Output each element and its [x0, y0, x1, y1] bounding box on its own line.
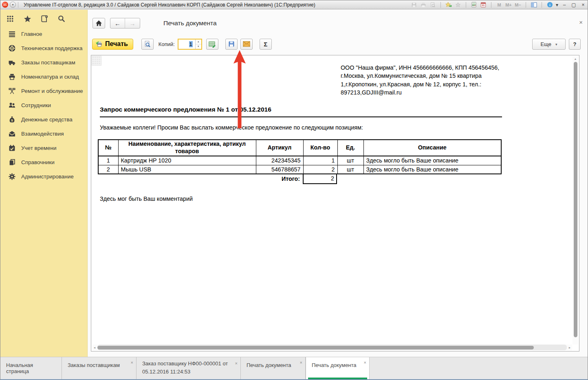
print-icon[interactable] — [420, 2, 427, 8]
sum-button[interactable]: Σ — [260, 39, 272, 50]
tab-close-icon[interactable]: × — [235, 360, 238, 367]
memory-add-button[interactable]: M+ — [505, 2, 512, 8]
tab-label: Печать документа — [312, 362, 357, 368]
scroll-up-icon[interactable]: ▲ — [573, 56, 578, 61]
more-button[interactable]: Еще ▾ — [532, 39, 566, 50]
cell-description: Здесь могло быть Ваше описание — [363, 156, 501, 165]
sidebar-item-label: Администрирование — [21, 174, 74, 180]
home-button[interactable] — [92, 18, 105, 29]
sidebar-item-label: Сотрудники — [21, 102, 51, 108]
col-number: № — [98, 140, 118, 156]
help-button[interactable]: ? — [569, 39, 581, 50]
form-close-icon[interactable]: × — [579, 19, 583, 26]
cell-name: Картридж HP 1020 — [118, 156, 256, 165]
cell-qty: 1 — [303, 156, 337, 165]
stacked-pages-icon — [9, 159, 15, 166]
spin-up-icon[interactable]: ▲ — [196, 40, 201, 44]
sidebar-item-money[interactable]: $ Денежные средства — [0, 112, 87, 127]
vertical-scroll-thumb[interactable] — [574, 62, 577, 337]
sidebar-item-tech-support[interactable]: Техническая поддержка — [0, 41, 87, 55]
info-dropdown-icon[interactable]: ▾ — [555, 2, 559, 8]
info-button[interactable]: i — [546, 2, 553, 8]
sidebar-item-interactions[interactable]: Взаимодействия — [0, 127, 87, 141]
checkered-flags-icon — [9, 88, 15, 94]
maximize-button[interactable]: ▢ — [570, 2, 577, 8]
calendar-icon[interactable]: 31 — [480, 2, 487, 8]
total-label: Итого: — [98, 174, 303, 184]
divider — [491, 2, 491, 8]
sidebar-item-label: Ремонт и обслуживание — [21, 88, 83, 94]
tab-label: Начальная страница — [6, 362, 33, 374]
sidebar-item-directories[interactable]: Справочники — [0, 155, 87, 169]
sidebar-item-repair-service[interactable]: Ремонт и обслуживание — [0, 84, 87, 98]
sidebar-item-label: Главное — [21, 31, 42, 37]
spin-down-icon[interactable]: ▼ — [196, 44, 201, 49]
system-menu-button[interactable]: ▾ — [10, 2, 16, 8]
spreadsheet-corner-cell[interactable] — [92, 56, 101, 66]
tab-home-page[interactable]: Начальная страница — [0, 357, 62, 380]
favorites-star-icon[interactable] — [23, 15, 31, 23]
sidebar-item-label: Техническая поддержка — [21, 45, 83, 51]
save-button[interactable] — [225, 39, 238, 50]
memory-recall-button[interactable]: M — [496, 2, 503, 8]
table-settings-button[interactable] — [206, 39, 218, 50]
total-row: Итого: 2 — [98, 174, 501, 184]
window-title: Управление IT-отделом 8, редакция 3.0 / … — [24, 2, 315, 8]
vertical-scrollbar[interactable]: ▲ — [573, 56, 578, 345]
memory-subtract-button[interactable]: M− — [514, 2, 522, 8]
horizontal-scroll-thumb[interactable] — [97, 346, 534, 349]
company-info: ООО "Наша фирма", ИНН 456666666666, КПП … — [341, 64, 500, 97]
tab-print-document-active[interactable]: Печать документа × — [306, 357, 370, 380]
print-preview-icon[interactable] — [429, 2, 436, 8]
add-favorite-icon[interactable] — [445, 2, 452, 8]
svg-text:$: $ — [11, 119, 13, 122]
tab-supplier-orders[interactable]: Заказы поставщикам × — [62, 357, 137, 380]
preview-button[interactable] — [141, 39, 154, 50]
cell-unit: шт — [337, 156, 363, 165]
chevron-down-icon: ▾ — [555, 42, 557, 46]
tab-close-icon[interactable]: × — [364, 360, 366, 365]
horizontal-scrollbar[interactable]: ◄ ► — [92, 345, 572, 350]
sidebar-item-label: Взаимодействия — [21, 131, 64, 137]
tab-label: Заказ поставщику НФ00-000001 от 05.12.20… — [142, 360, 228, 375]
truck-icon — [9, 59, 15, 66]
search-icon[interactable] — [57, 15, 66, 23]
history-icon[interactable] — [40, 15, 48, 23]
forward-button[interactable]: → — [125, 18, 140, 28]
sidebar-item-label: Справочники — [21, 159, 55, 165]
tab-close-icon[interactable]: × — [131, 360, 133, 365]
copies-spinner[interactable]: 1 ▲ ▼ — [178, 39, 202, 50]
close-button[interactable]: × — [579, 2, 587, 8]
scroll-left-icon[interactable]: ◄ — [92, 345, 97, 350]
back-button[interactable]: ← — [110, 18, 125, 28]
svg-text:31: 31 — [482, 4, 485, 7]
save-icon[interactable] — [410, 2, 418, 8]
tab-supplier-order-document[interactable]: Заказ поставщику НФ00-000001 от 05.12.20… — [137, 357, 241, 380]
printer-check-icon — [96, 41, 103, 47]
sections-grid-icon[interactable] — [6, 15, 14, 23]
tab-print-document-1[interactable]: Печать документа × — [241, 357, 306, 380]
sidebar-item-nomenclature-warehouse[interactable]: Номенклатура и склад — [0, 70, 87, 84]
sidebar-item-administration[interactable]: Администрирование — [0, 169, 87, 184]
spreadsheet-viewport: ООО "Наша фирма", ИНН 456666666666, КПП … — [91, 55, 579, 351]
sidebar-item-supplier-orders[interactable]: Заказы поставщикам — [0, 55, 87, 70]
minimize-button[interactable]: – — [561, 2, 568, 8]
favorites-icon[interactable] — [454, 2, 462, 8]
sidebar-item-glavnoe[interactable]: Главное — [0, 27, 87, 41]
print-button[interactable]: Печать — [92, 39, 133, 50]
sidebar-item-time-tracking[interactable]: Учет времени — [0, 141, 87, 155]
sidebar-item-employees[interactable]: Сотрудники — [0, 98, 87, 112]
page-title: Печать документа — [163, 20, 217, 27]
col-description: Описание — [363, 140, 501, 156]
scroll-right-icon[interactable]: ► — [567, 345, 572, 350]
email-button[interactable] — [240, 39, 253, 50]
calculator-icon[interactable] — [470, 2, 478, 8]
tab-label: Заказы поставщикам — [68, 362, 120, 368]
chevron-down-icon: ▾ — [12, 3, 13, 7]
tab-close-icon[interactable]: × — [300, 360, 302, 365]
menu-lines-icon — [9, 31, 15, 37]
cell-name: Мышь USB — [118, 165, 256, 174]
split-window-icon[interactable] — [530, 2, 537, 8]
horizontal-scroll-track[interactable] — [97, 345, 567, 350]
copies-value[interactable]: 1 — [178, 40, 195, 49]
